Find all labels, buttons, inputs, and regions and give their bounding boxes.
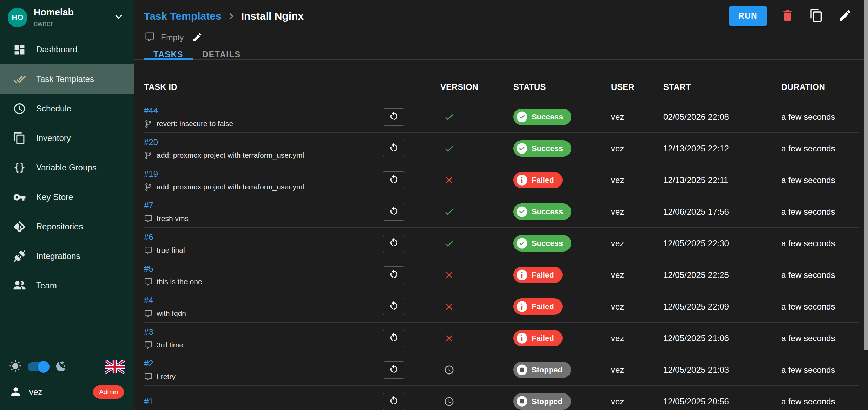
rerun-button[interactable] bbox=[383, 361, 405, 379]
restart-icon bbox=[389, 143, 399, 154]
integrations-icon bbox=[13, 250, 26, 263]
sidebar-item-key-store[interactable]: Key Store bbox=[0, 182, 134, 212]
restart-icon bbox=[389, 396, 399, 407]
status-badge[interactable]: Success bbox=[513, 140, 571, 157]
run-button[interactable]: RUN bbox=[729, 6, 767, 26]
task-id-cell: #20 add: proxmox project with terraform_… bbox=[144, 137, 372, 160]
version-status-icon bbox=[440, 238, 513, 249]
dashboard-icon bbox=[13, 43, 26, 56]
version-status-icon bbox=[440, 333, 513, 344]
task-id-link[interactable]: #6 bbox=[144, 232, 153, 242]
task-id-link[interactable]: #20 bbox=[144, 137, 158, 147]
status-badge-icon bbox=[516, 396, 528, 407]
uk-flag-icon[interactable] bbox=[105, 360, 125, 374]
page-header: Task Templates Install Nginx RUN bbox=[134, 0, 868, 26]
version-status-icon bbox=[440, 301, 513, 312]
task-id-link[interactable]: #2 bbox=[144, 359, 153, 369]
edit-pencil-icon bbox=[192, 32, 203, 44]
breadcrumb-parent-link[interactable]: Task Templates bbox=[144, 10, 222, 22]
status-badge-icon bbox=[516, 237, 528, 249]
edit-description-button[interactable] bbox=[192, 32, 203, 44]
sidebar-item-team[interactable]: Team bbox=[0, 271, 134, 300]
edit-template-button[interactable] bbox=[837, 8, 853, 24]
task-id-link[interactable]: #44 bbox=[144, 106, 158, 116]
user-menu[interactable]: vez Admin bbox=[0, 379, 134, 405]
rerun-button[interactable] bbox=[383, 140, 405, 157]
task-id-link[interactable]: #7 bbox=[144, 201, 153, 210]
comment-icon bbox=[144, 278, 153, 286]
tab-tasks[interactable]: TASKS bbox=[144, 50, 193, 59]
column-status: STATUS bbox=[513, 82, 611, 92]
task-templates-icon bbox=[13, 73, 26, 86]
inventory-icon bbox=[13, 132, 26, 145]
sidebar-item-dashboard[interactable]: Dashboard bbox=[0, 35, 134, 64]
rerun-button[interactable] bbox=[383, 298, 405, 315]
toggle-knob bbox=[38, 361, 50, 373]
comment-icon bbox=[144, 341, 153, 350]
sidebar-item-schedule[interactable]: Schedule bbox=[0, 94, 134, 123]
git-branch-icon bbox=[144, 183, 153, 191]
task-id-link[interactable]: #3 bbox=[144, 327, 153, 337]
status-badge[interactable]: Failed bbox=[513, 330, 563, 346]
status-badge[interactable]: Success bbox=[513, 109, 571, 125]
status-badge-icon bbox=[516, 301, 528, 312]
dark-mode-toggle[interactable] bbox=[28, 362, 49, 371]
copy-template-button[interactable] bbox=[808, 8, 824, 24]
status-badge[interactable]: Success bbox=[513, 235, 571, 252]
workspace-switcher[interactable]: HO Homelab owner bbox=[0, 0, 134, 32]
rerun-button[interactable] bbox=[383, 330, 405, 347]
task-id-cell: #7 fresh vms bbox=[144, 201, 372, 223]
task-id-cell: #19 add: proxmox project with terraform_… bbox=[144, 169, 372, 191]
task-start: 12/06/2025 17:56 bbox=[663, 207, 781, 217]
delete-template-button[interactable] bbox=[780, 8, 796, 24]
sun-icon bbox=[9, 360, 21, 374]
sidebar-item-task-templates[interactable]: Task Templates bbox=[0, 64, 134, 94]
status-badge[interactable]: Failed bbox=[513, 298, 563, 315]
task-user: vez bbox=[611, 112, 663, 122]
scrollbar-thumb[interactable] bbox=[864, 0, 868, 350]
column-duration: DURATION bbox=[781, 82, 859, 92]
task-id-cell: #2 I retry bbox=[144, 359, 372, 381]
rerun-button[interactable] bbox=[383, 171, 405, 189]
repositories-icon bbox=[13, 220, 26, 233]
sidebar-item-label: Team bbox=[36, 281, 57, 291]
status-badge[interactable]: Stopped bbox=[513, 393, 571, 410]
rerun-cell bbox=[372, 393, 440, 410]
restart-icon bbox=[389, 174, 399, 186]
status-badge[interactable]: Failed bbox=[513, 172, 563, 188]
status-badge[interactable]: Stopped bbox=[513, 362, 571, 378]
sidebar-item-label: Schedule bbox=[36, 104, 71, 113]
sidebar-item-integrations[interactable]: Integrations bbox=[0, 241, 134, 271]
git-branch-icon bbox=[144, 151, 153, 160]
rerun-button[interactable] bbox=[383, 393, 405, 410]
rerun-button[interactable] bbox=[383, 266, 405, 284]
task-id-link[interactable]: #4 bbox=[144, 295, 153, 305]
task-duration: a few seconds bbox=[781, 112, 859, 122]
sidebar-spacer bbox=[0, 300, 134, 354]
task-id-link[interactable]: #1 bbox=[144, 397, 153, 406]
rerun-cell bbox=[372, 266, 440, 284]
task-message: with fqdn bbox=[144, 309, 372, 318]
git-branch-icon bbox=[144, 119, 153, 128]
rerun-button[interactable] bbox=[383, 235, 405, 252]
task-id-link[interactable]: #5 bbox=[144, 264, 153, 274]
task-start: 12/05/2025 22:09 bbox=[663, 302, 781, 312]
rerun-button[interactable] bbox=[383, 108, 405, 126]
copy-icon bbox=[809, 8, 823, 24]
comment-icon bbox=[144, 214, 153, 223]
sidebar-item-repositories[interactable]: Repositories bbox=[0, 212, 134, 241]
status-badge[interactable]: Success bbox=[513, 203, 571, 220]
sidebar-item-variable-groups[interactable]: Variable Groups bbox=[0, 153, 134, 182]
task-message: this is the one bbox=[144, 278, 372, 286]
status-badge[interactable]: Failed bbox=[513, 267, 563, 283]
sidebar-item-label: Variable Groups bbox=[36, 163, 97, 173]
chevron-right-icon bbox=[226, 11, 237, 22]
comment-icon bbox=[145, 32, 155, 44]
tab-details[interactable]: DETAILS bbox=[193, 50, 250, 59]
sidebar-item-inventory[interactable]: Inventory bbox=[0, 123, 134, 153]
task-id-cell: #44 revert: insecure to false bbox=[144, 106, 372, 128]
task-id-link[interactable]: #19 bbox=[144, 169, 158, 179]
header-actions: RUN bbox=[729, 6, 853, 26]
rerun-button[interactable] bbox=[383, 203, 405, 221]
breadcrumb: Task Templates Install Nginx bbox=[144, 10, 304, 22]
